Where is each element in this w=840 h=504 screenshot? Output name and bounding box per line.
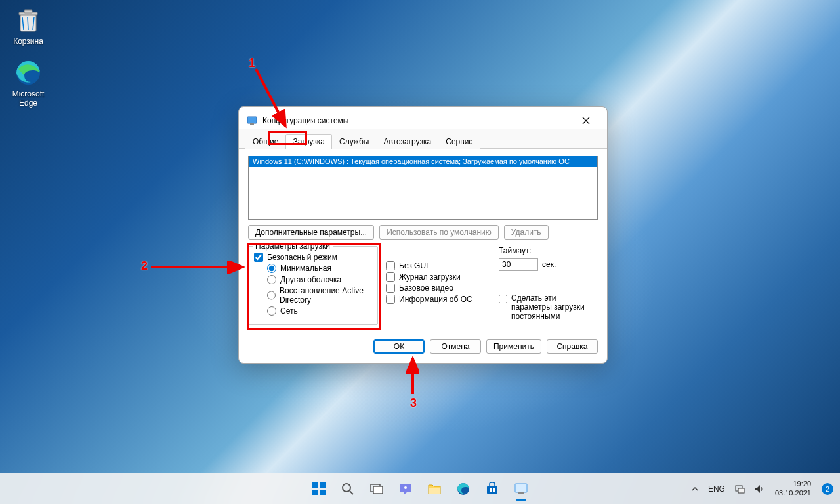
permanent-checkbox[interactable]: Сделать эти параметры загрузки постоянны… [499,293,598,321]
svg-rect-28 [518,492,524,494]
svg-rect-29 [517,494,525,494]
tab-panel-boot: Windows 11 (C:\WINDOWS) : Текущая операц… [239,149,607,331]
task-view-icon [369,482,384,496]
svg-point-19 [404,486,407,489]
os-item-selected[interactable]: Windows 11 (C:\WINDOWS) : Текущая операц… [249,156,597,167]
recycle-bin-icon[interactable]: Корзина [3,3,53,49]
start-button[interactable] [306,476,332,502]
date-text: 03.10.2021 [775,489,811,497]
notifications-button[interactable]: 2 [818,480,837,497]
search-icon [341,482,355,496]
svg-rect-31 [738,488,744,493]
svg-rect-6 [249,125,255,125]
explorer-button[interactable] [421,476,448,502]
chat-icon [398,482,413,496]
svg-rect-5 [250,123,254,125]
search-button[interactable] [335,476,361,502]
set-default-button: Использовать по умолчанию [379,225,499,240]
tab-tools[interactable]: Сервис [438,134,480,149]
svg-rect-24 [493,488,495,490]
apply-button[interactable]: Применить [486,339,541,354]
lower-panel: Параметры загрузки Безопасный режим Мини… [248,246,598,325]
additional-options: Без GUI Журнал загрузки Базовое видео Ин… [386,246,491,325]
annotation-2: 2 [141,259,148,273]
svg-rect-10 [312,482,318,488]
close-icon [582,117,590,125]
volume-icon [754,484,765,494]
boot-button-row: Дополнительные параметры... Использовать… [248,225,598,240]
tab-services[interactable]: Службы [332,134,376,149]
svg-line-15 [350,491,353,494]
titlebar: Конфигурация системы [239,107,607,129]
svg-rect-13 [320,490,326,495]
svg-rect-20 [429,488,440,494]
radio-minimal[interactable]: Минимальная [267,264,372,273]
svg-rect-23 [490,488,492,490]
safe-boot-input[interactable] [254,253,263,262]
no-gui-checkbox[interactable]: Без GUI [386,261,491,270]
boot-log-checkbox[interactable]: Журнал загрузки [386,272,491,282]
timeout-input[interactable] [499,258,538,271]
svg-rect-26 [493,490,495,492]
taskbar: ENG 19:20 03.10.2021 2 [0,472,840,504]
svg-rect-12 [312,490,318,495]
msconfig-icon [514,482,528,496]
ok-button[interactable]: ОК [373,339,425,354]
chat-button[interactable] [392,476,419,502]
svg-rect-17 [373,486,383,494]
app-icon [247,116,257,126]
annotation-1: 1 [249,56,255,70]
language-indicator[interactable]: ENG [704,482,729,496]
dialog-button-row: ОК Отмена Применить Справка [239,331,607,363]
delete-button: Удалить [504,225,549,240]
edge-icon[interactable]: Microsoft Edge [3,56,53,111]
timeout-unit: сек. [542,260,556,269]
recycle-bin-label: Корзина [7,37,50,46]
radio-network[interactable]: Сеть [267,306,372,316]
network-icon-button[interactable] [730,481,749,497]
network-icon [734,484,745,494]
time-text: 19:20 [775,480,811,488]
svg-rect-22 [487,486,497,494]
timeout-section: Таймаут: сек. Сделать эти параметры загр… [499,246,598,325]
advanced-options-button[interactable]: Дополнительные параметры... [248,225,374,240]
timeout-label: Таймаут: [499,246,598,255]
windows-logo-icon [311,481,327,497]
desktop-icons-area: Корзина Microsoft Edge [3,3,53,117]
radio-alt-shell[interactable]: Другая оболочка [267,275,372,284]
chevron-up-icon [691,485,699,493]
volume-icon-button[interactable] [750,481,768,497]
base-video-checkbox[interactable]: Базовое видео [386,284,491,293]
taskbar-center [306,476,534,502]
cancel-button[interactable]: Отмена [430,339,481,354]
radio-ad-repair[interactable]: Восстановление Active Directory [267,286,372,304]
os-listbox[interactable]: Windows 11 (C:\WINDOWS) : Текущая операц… [248,156,598,220]
edge-taskbar-icon [456,482,471,496]
msconfig-dialog: Конфигурация системы Общие Загрузка Служ… [238,106,608,364]
svg-rect-4 [247,117,257,123]
close-button[interactable] [573,112,599,130]
svg-point-14 [343,484,350,492]
edge-label: Microsoft Edge [7,89,50,108]
help-button[interactable]: Справка [547,339,598,354]
boot-options-group: Параметры загрузки Безопасный режим Мини… [248,246,378,325]
trash-icon [14,7,42,34]
store-button[interactable] [479,476,505,502]
svg-rect-27 [515,484,527,492]
folder-icon [427,482,442,496]
annotation-3: 3 [410,396,417,410]
msconfig-taskbar-button[interactable] [508,476,534,502]
svg-rect-11 [320,482,326,488]
store-icon [485,482,499,496]
tab-boot[interactable]: Загрузка [285,134,332,149]
clock[interactable]: 19:20 03.10.2021 [770,480,816,497]
safe-boot-radio-group: Минимальная Другая оболочка Восстановлен… [267,264,372,316]
notification-count: 2 [822,483,833,495]
tray-chevron[interactable] [687,482,703,495]
task-view-button[interactable] [364,476,390,502]
tab-startup[interactable]: Автозагрузка [376,134,438,149]
tab-general[interactable]: Общие [245,134,285,149]
edge-taskbar-button[interactable] [450,476,476,502]
os-info-checkbox[interactable]: Информация об ОС [386,295,491,304]
safe-boot-checkbox[interactable]: Безопасный режим [254,253,372,262]
